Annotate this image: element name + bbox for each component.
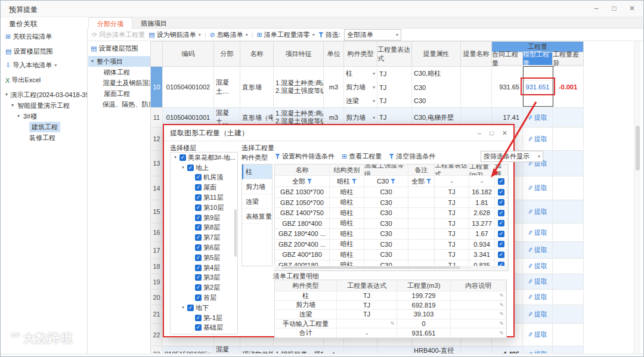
- floor-checkbox-item[interactable]: ✓屋面: [171, 182, 237, 193]
- floor-checkbox-item[interactable]: ▾✓地上: [171, 163, 237, 173]
- sidebar-tree-item[interactable]: 装修工程: [1, 132, 87, 143]
- floor-panel-item[interactable]: 砌体工程: [88, 67, 150, 77]
- close-icon[interactable]: ✕: [628, 4, 636, 13]
- ignore-list-button[interactable]: ⊘忽略清单▾: [210, 30, 248, 39]
- cell-type[interactable]: 柱▾: [344, 67, 377, 80]
- maximize-icon[interactable]: □: [490, 129, 494, 137]
- scrollbar-thumb[interactable]: [636, 126, 640, 170]
- tab-fenbu-fenxiang[interactable]: 分部分项: [88, 17, 132, 29]
- sidebar-tree-item[interactable]: ▾智能提量演示工程: [1, 100, 87, 111]
- floor-checkbox-item[interactable]: ✓机房顶: [171, 173, 237, 183]
- edit-icon[interactable]: ✎: [499, 321, 504, 327]
- checkbox-checked-icon[interactable]: ✓: [195, 215, 202, 221]
- floor-checkbox-item[interactable]: ✓第11层: [171, 193, 237, 203]
- checkbox-checked-icon[interactable]: ✓: [195, 274, 202, 281]
- col-header[interactable]: 构件类型: [275, 280, 337, 291]
- floor-checkbox-item[interactable]: ✓第6层: [171, 243, 237, 253]
- checkbox-checked-icon[interactable]: ✓: [498, 241, 504, 247]
- extract-button[interactable]: ✎提取: [528, 330, 547, 339]
- col-header[interactable]: 工程量表达式: [337, 280, 397, 291]
- col-header[interactable]: 结构类别: [330, 164, 364, 176]
- maximize-icon[interactable]: □: [610, 4, 618, 13]
- extract-button[interactable]: ✎提取: [528, 207, 547, 216]
- filter-select[interactable]: 全部清单▾: [344, 29, 401, 41]
- col-header[interactable]: 选择: [495, 164, 508, 176]
- col-header-diff[interactable]: 工程量差异: [553, 52, 584, 66]
- component-row[interactable]: GBZ 400*180暗柱C30TJ3.341✓: [275, 250, 508, 260]
- row-number[interactable]: 13: [151, 151, 163, 176]
- checkbox-checked-icon[interactable]: ✓: [195, 294, 202, 301]
- checkbox-checked-icon[interactable]: ✓: [195, 174, 202, 181]
- row-number[interactable]: 16: [151, 223, 163, 241]
- checkbox-checked-icon[interactable]: ✓: [195, 224, 202, 231]
- checkbox-checked-icon[interactable]: ✓: [187, 305, 194, 311]
- edit-icon[interactable]: ✎: [499, 330, 504, 336]
- edit-icon[interactable]: ✎: [499, 302, 504, 308]
- row-number[interactable]: 12: [151, 128, 163, 150]
- checkbox-checked-icon[interactable]: ✓: [498, 231, 504, 237]
- extract-button[interactable]: ✎提取: [528, 135, 547, 144]
- component-row[interactable]: GBZ 200*400 ...暗柱C30TJ0.934✓: [275, 240, 508, 250]
- extract-button[interactable]: ✎提取: [528, 184, 547, 193]
- floor-panel-item[interactable]: ▾整个项目: [88, 56, 150, 67]
- component-row[interactable]: GBZ 1050*700暗柱C30TJ1.81✓: [275, 198, 508, 209]
- tab-cuoshi-xiangmu[interactable]: 措施项目: [132, 17, 175, 29]
- checkbox-checked-icon[interactable]: ✓: [498, 210, 504, 216]
- extract-button[interactable]: ✎提取: [528, 246, 547, 254]
- set-component-filter-button[interactable]: 设置构件筛选条件: [275, 152, 335, 161]
- minimize-icon[interactable]: –: [592, 4, 600, 13]
- extract-button[interactable]: ✎提取: [528, 293, 547, 302]
- floor-panel-item[interactable]: 屋面工程: [88, 88, 150, 99]
- checkbox-checked-icon[interactable]: ✓: [187, 164, 194, 171]
- checkbox-checked-icon[interactable]: ✓: [195, 254, 202, 261]
- floor-checkbox-item[interactable]: ✓第5层: [171, 253, 237, 263]
- floor-range-button[interactable]: ▤设置楼层范围: [5, 47, 52, 56]
- col-header[interactable]: 备注: [408, 164, 435, 176]
- component-row[interactable]: GBZ 180*400暗柱C30TJ13.277✓: [275, 219, 508, 229]
- extract-button[interactable]: ✎提取: [528, 277, 547, 286]
- floor-panel-item[interactable]: 混凝土及钢筋混凝...: [88, 77, 150, 88]
- row-number[interactable]: 21: [151, 305, 163, 323]
- col-header-model[interactable]: 模型工程量: [523, 52, 553, 66]
- edit-icon[interactable]: ✎: [390, 321, 395, 327]
- cell-type[interactable]: 剪力墙▾: [344, 80, 377, 94]
- component-type-item[interactable]: 柱: [242, 164, 272, 179]
- extract-button[interactable]: ✎提取: [528, 113, 547, 122]
- component-type-item[interactable]: 连梁: [242, 194, 272, 209]
- checkbox-checked-icon[interactable]: ✓: [195, 194, 202, 201]
- row-number[interactable]: 20: [151, 290, 163, 305]
- checkbox-unchecked-icon[interactable]: [179, 334, 187, 334]
- floor-checkbox-item[interactable]: ✓第10层: [171, 203, 237, 213]
- floor-checkbox-item[interactable]: ▾✓地下: [171, 303, 237, 313]
- scrollbar-thumb[interactable]: [234, 209, 237, 257]
- table-row[interactable]: 10 010504001002 混凝土… 直形墙 1.混凝土种类:商品砼… 2.…: [151, 67, 584, 108]
- checkbox-checked-icon[interactable]: ✓: [498, 252, 504, 258]
- checkbox-checked-icon[interactable]: ✓: [195, 265, 202, 271]
- floor-checkbox-item[interactable]: ✓第4层: [171, 263, 237, 273]
- row-number[interactable]: 14: [151, 176, 163, 200]
- row-number[interactable]: 10: [151, 67, 163, 107]
- cloud-list-button[interactable]: ⊞关联云端清单: [5, 32, 52, 41]
- floor-checkbox-item[interactable]: ✓第7层: [171, 232, 237, 243]
- export-excel-button[interactable]: X导出Excel: [5, 76, 41, 85]
- set-rebar-button[interactable]: ▤设为钢筋清单▾: [148, 30, 200, 39]
- col-header[interactable]: 单位: [324, 42, 344, 67]
- checkbox-checked-icon[interactable]: ✓: [195, 324, 202, 331]
- cell-type[interactable]: 连梁▾: [344, 94, 377, 107]
- floor-checkbox-item[interactable]: ▾美泉花都3#-...: [171, 333, 237, 334]
- vertical-scrollbar[interactable]: [634, 41, 640, 353]
- floor-checkbox-item[interactable]: ✓第-1层: [171, 313, 237, 323]
- col-header-contract[interactable]: 合同工程量: [492, 52, 523, 66]
- floor-checkbox-item[interactable]: ✓第2层: [171, 283, 237, 293]
- col-header[interactable]: 工程量(m3): [469, 164, 495, 176]
- col-header[interactable]: 提量属性: [412, 42, 461, 67]
- import-local-button[interactable]: ⇩导入本地清单▾: [5, 61, 57, 70]
- component-type-item[interactable]: 剪力墙: [242, 179, 272, 194]
- extract-button[interactable]: ✎提取: [528, 310, 547, 319]
- col-header[interactable]: 工程量(m3): [397, 280, 451, 291]
- floor-checkbox-item[interactable]: ▾✓美泉花都3#-地...: [171, 153, 237, 163]
- minimize-icon[interactable]: –: [478, 129, 481, 137]
- component-row[interactable]: GBZ 180*400 ...暗柱C30TJ1.67✓: [275, 229, 508, 240]
- row-number[interactable]: 18: [151, 259, 163, 274]
- col-header[interactable]: 构件类型: [344, 42, 377, 67]
